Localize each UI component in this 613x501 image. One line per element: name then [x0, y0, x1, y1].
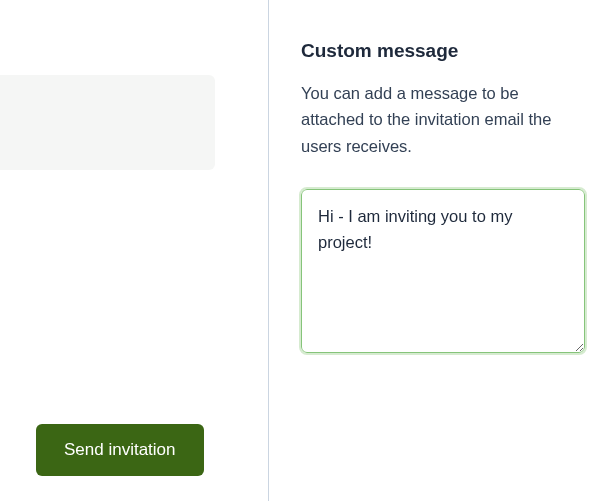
invite-panel: Send invitation Custom message You can a… [0, 0, 613, 501]
send-invitation-button[interactable]: Send invitation [36, 424, 204, 476]
custom-message-textarea[interactable] [301, 189, 585, 353]
custom-message-title: Custom message [301, 40, 585, 62]
right-column: Custom message You can add a message to … [269, 0, 613, 501]
custom-message-description: You can add a message to be attached to … [301, 80, 585, 159]
left-column: Send invitation [0, 0, 268, 501]
left-placeholder-box [0, 75, 215, 170]
